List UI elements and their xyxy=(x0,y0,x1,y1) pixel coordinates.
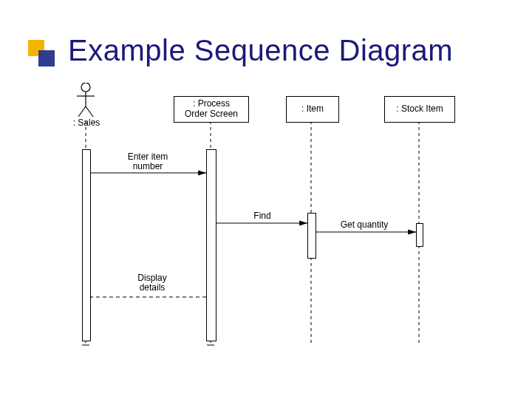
lifeline-label: : Item xyxy=(301,104,324,115)
svg-point-4 xyxy=(81,83,90,92)
message-get-quantity: Get quantity xyxy=(331,220,398,230)
svg-line-7 xyxy=(78,106,86,117)
lifeline-stock-item: : Stock Item xyxy=(384,96,455,123)
sequence-diagram: : Sales : Process Order Screen : Item : … xyxy=(59,83,480,356)
lifeline-item: : Item xyxy=(286,96,339,123)
slide-title: Example Sequence Diagram xyxy=(68,34,453,67)
activation-stock-item xyxy=(416,223,423,247)
svg-line-8 xyxy=(86,106,93,117)
lifeline-label: : Stock Item xyxy=(396,104,443,115)
lifeline-process-order-screen: : Process Order Screen xyxy=(174,96,249,123)
message-find: Find xyxy=(244,211,281,221)
activation-sales xyxy=(82,149,91,341)
title-bullet-icon xyxy=(28,40,58,69)
activation-process-order-screen xyxy=(206,149,216,341)
message-enter-item-number: Enter item number xyxy=(118,152,177,171)
actor-sales-label: : Sales xyxy=(66,118,106,129)
activation-item xyxy=(307,213,316,259)
actor-icon xyxy=(77,83,95,117)
message-display-details: Display details xyxy=(130,273,174,293)
lifeline-label: : Process Order Screen xyxy=(185,99,238,120)
